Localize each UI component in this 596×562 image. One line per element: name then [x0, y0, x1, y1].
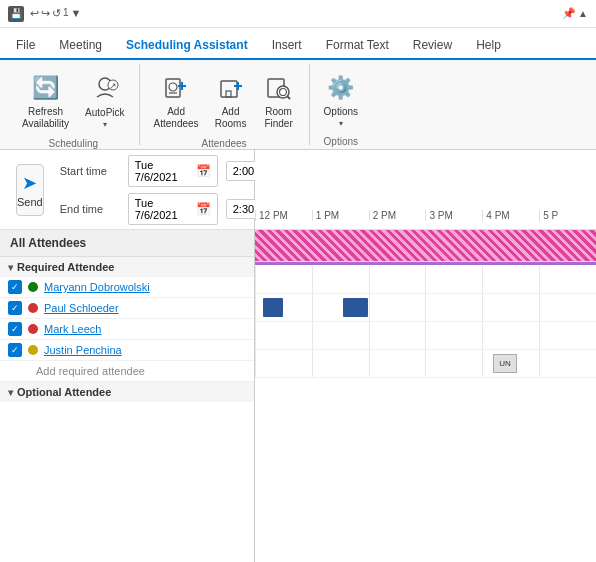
add-required-attendee-row[interactable]: Add required attendee	[0, 361, 254, 382]
attendee-row-justin[interactable]: ✓ Justin Penchina	[0, 340, 254, 361]
mark-name[interactable]: Mark Leech	[44, 323, 101, 335]
undo-redo-group: ↩ ↪ ↺ 1 ▼	[30, 7, 81, 20]
room-finder-icon	[263, 72, 295, 104]
mark-cell-3	[425, 322, 482, 349]
options-label-group: Options ▾	[324, 104, 358, 128]
paul-timeline-row	[255, 294, 596, 322]
counter-badge: 1	[63, 7, 69, 20]
mark-cell-1	[312, 322, 369, 349]
start-date-field[interactable]: Tue 7/6/2021 📅	[128, 155, 218, 187]
justin-checkbox[interactable]: ✓	[8, 343, 22, 357]
end-date-field[interactable]: Tue 7/6/2021 📅	[128, 193, 218, 225]
add-rooms-icon	[215, 72, 247, 104]
justin-cell-12	[255, 350, 312, 377]
tab-meeting[interactable]: Meeting	[47, 32, 114, 60]
optional-chevron-icon[interactable]: ▾	[8, 387, 13, 398]
mark-cell-2	[369, 322, 426, 349]
collapse-icon[interactable]: ▲	[578, 8, 588, 19]
add-rooms-button[interactable]: AddRooms	[209, 68, 253, 134]
timeline-body: UN	[255, 230, 596, 562]
mark-checkbox[interactable]: ✓	[8, 322, 22, 336]
mark-cell-5	[539, 322, 596, 349]
down-arrow-icon[interactable]: ▼	[71, 7, 82, 20]
paul-name[interactable]: Paul Schloeder	[44, 302, 119, 314]
hour-3pm: 3 PM	[425, 210, 482, 221]
paul-cell-5	[539, 294, 596, 321]
paul-busy-2	[343, 298, 368, 317]
time-fields: Start time Tue 7/6/2021 📅 2:00 PM End ti…	[60, 155, 286, 225]
pin-icon: 📌	[562, 7, 576, 20]
justin-timeline-row: UN	[255, 350, 596, 378]
paul-cell-2	[369, 294, 426, 321]
room-finder-button[interactable]: RoomFinder	[257, 68, 301, 134]
undo-icon[interactable]: ↩	[30, 7, 39, 20]
right-panel: 12 PM 1 PM 2 PM 3 PM 4 PM 5 P	[255, 150, 596, 562]
autopick-icon: ↗	[89, 73, 121, 105]
start-time-label: Start time	[60, 165, 120, 177]
attendees-header: All Attendees	[0, 230, 254, 257]
maryann-name[interactable]: Maryann Dobrowolski	[44, 281, 150, 293]
repeat-icon[interactable]: ↺	[52, 7, 61, 20]
tab-format-text[interactable]: Format Text	[314, 32, 401, 60]
scheduling-buttons: 🔄 RefreshAvailability ↗ AutoPick ▾	[16, 64, 131, 138]
attendees-list: ▾ Required Attendee ✓ Maryann Dobrowolsk…	[0, 257, 254, 562]
tab-scheduling-assistant[interactable]: Scheduling Assistant	[114, 32, 260, 60]
autopick-button[interactable]: ↗ AutoPick ▾	[79, 69, 130, 133]
start-calendar-icon: 📅	[196, 164, 211, 178]
justin-name[interactable]: Justin Penchina	[44, 344, 122, 356]
refresh-icon: 🔄	[30, 72, 62, 104]
attendees-buttons: AddAttendees AddRooms	[148, 64, 301, 138]
options-dropdown-arrow: ▾	[339, 119, 343, 128]
options-group-label: Options	[324, 136, 358, 149]
room-finder-label: RoomFinder	[264, 106, 292, 130]
maryann-cell-4	[482, 266, 539, 293]
attendee-row-paul[interactable]: ✓ Paul Schloeder	[0, 298, 254, 319]
tab-file[interactable]: File	[4, 32, 47, 60]
add-attendees-button[interactable]: AddAttendees	[148, 68, 205, 134]
save-icon[interactable]: 💾	[8, 6, 24, 22]
ribbon-group-options: ⚙️ Options ▾ Options	[310, 64, 372, 145]
maryann-cell-12	[255, 266, 312, 293]
send-area: ➤ Send Start time Tue 7/6/2021 📅 2:00 PM…	[0, 150, 254, 230]
redo-icon[interactable]: ↪	[41, 7, 50, 20]
maryann-checkbox[interactable]: ✓	[8, 280, 22, 294]
ribbon: 🔄 RefreshAvailability ↗ AutoPick ▾	[0, 60, 596, 150]
paul-checkbox[interactable]: ✓	[8, 301, 22, 315]
ribbon-tab-bar: File Meeting Scheduling Assistant Insert…	[0, 28, 596, 60]
paul-status-icon	[28, 303, 38, 313]
tab-insert[interactable]: Insert	[260, 32, 314, 60]
svg-line-15	[287, 96, 290, 99]
svg-rect-9	[226, 91, 231, 97]
mark-cell-4	[482, 322, 539, 349]
justin-cell-2	[369, 350, 426, 377]
attendee-row-maryann[interactable]: ✓ Maryann Dobrowolski	[0, 277, 254, 298]
options-button[interactable]: ⚙️ Options ▾	[318, 68, 364, 132]
justin-status-icon	[28, 345, 38, 355]
start-date-value: Tue 7/6/2021	[135, 159, 196, 183]
optional-section-label: Optional Attendee	[17, 386, 111, 398]
required-chevron-icon[interactable]: ▾	[8, 262, 13, 273]
all-attendees-busy-block	[255, 230, 596, 261]
left-panel: ➤ Send Start time Tue 7/6/2021 📅 2:00 PM…	[0, 150, 255, 562]
end-calendar-icon: 📅	[196, 202, 211, 216]
title-bar: 💾 ↩ ↪ ↺ 1 ▼ 📌 ▲	[0, 0, 596, 28]
hour-12pm: 12 PM	[255, 210, 312, 221]
tab-help[interactable]: Help	[464, 32, 513, 60]
end-time-row: End time Tue 7/6/2021 📅 2:30 PM	[60, 193, 286, 225]
required-section-label: Required Attendee	[17, 261, 114, 273]
purple-separator	[255, 262, 596, 265]
svg-rect-8	[221, 81, 237, 97]
send-button[interactable]: ➤ Send	[16, 164, 44, 216]
maryann-cell-5	[539, 266, 596, 293]
add-attendees-label: AddAttendees	[154, 106, 199, 130]
start-time-row: Start time Tue 7/6/2021 📅 2:00 PM	[60, 155, 286, 187]
hour-5pm: 5 P	[539, 210, 596, 221]
refresh-availability-button[interactable]: 🔄 RefreshAvailability	[16, 68, 75, 134]
autopick-dropdown-arrow: ▾	[103, 120, 107, 129]
send-label: Send	[17, 196, 43, 208]
maryann-cell-2	[369, 266, 426, 293]
all-attendees-timeline-row	[255, 230, 596, 262]
required-section-header: ▾ Required Attendee	[0, 257, 254, 277]
tab-review[interactable]: Review	[401, 32, 464, 60]
attendee-row-mark[interactable]: ✓ Mark Leech	[0, 319, 254, 340]
